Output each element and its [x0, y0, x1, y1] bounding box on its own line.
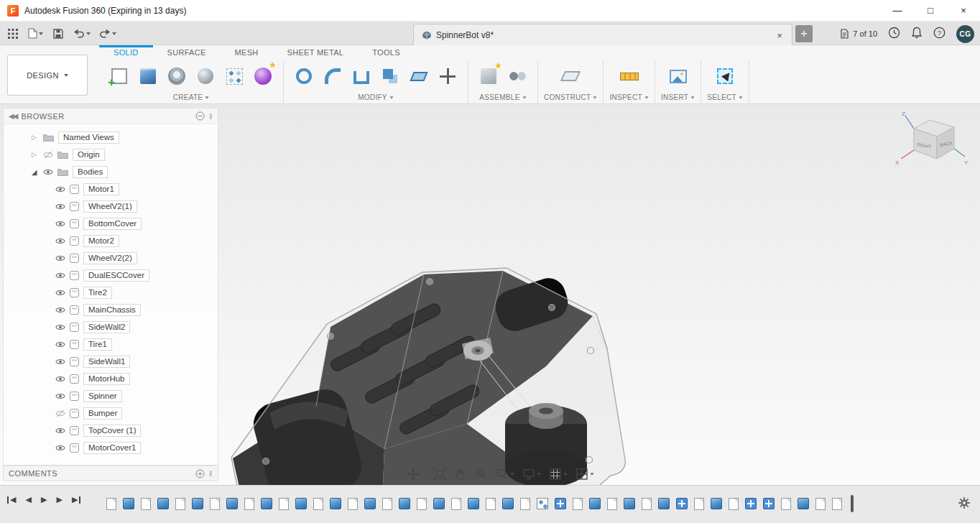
ribbon-group-dropdown-create[interactable]: CREATE: [173, 92, 210, 103]
job-status-button[interactable]: 7 of 10: [840, 29, 877, 39]
body-label[interactable]: WheelV2(1): [83, 200, 137, 213]
timeline-feature-pattern[interactable]: [537, 498, 548, 509]
body-row-motorcover1[interactable]: MotorCover1: [4, 439, 218, 456]
timeline-feature-sketch[interactable]: [832, 498, 842, 510]
viewports-button[interactable]: [573, 466, 596, 482]
body-row-motor2[interactable]: Motor2: [4, 232, 218, 249]
new-document-tab-button[interactable]: +: [795, 25, 813, 42]
recent-activity-button[interactable]: [888, 27, 900, 41]
undo-button[interactable]: [71, 24, 93, 43]
construct-plane-tool-button[interactable]: [556, 61, 585, 91]
pattern-tool-button[interactable]: [220, 61, 249, 91]
timeline-feature-sketch[interactable]: [348, 498, 358, 510]
document-tab[interactable]: SpinnerBot v8* ×: [413, 24, 792, 45]
zoom-button[interactable]: [473, 466, 490, 482]
shell-tool-button[interactable]: [347, 61, 376, 91]
collapse-all-icon[interactable]: [195, 111, 205, 121]
skip-end-button[interactable]: [72, 495, 80, 504]
body-label[interactable]: Spinner: [83, 390, 122, 402]
visibility-eye-icon[interactable]: [55, 341, 65, 348]
view-cube[interactable]: Z RIGHT BACK X Y: [892, 110, 971, 172]
extrude-tool-button[interactable]: [134, 61, 162, 91]
maximize-button[interactable]: □: [914, 0, 947, 22]
visibility-eye-icon[interactable]: [55, 272, 65, 279]
fillet-tool-button[interactable]: [318, 61, 347, 91]
redo-button[interactable]: [97, 24, 119, 43]
body-row-mainchassis[interactable]: MainChassis: [4, 301, 218, 318]
body-label[interactable]: MotorCover1: [83, 442, 141, 454]
folder-row-bodies[interactable]: ◢ Bodies: [4, 163, 218, 180]
body-label[interactable]: Motor2: [83, 235, 119, 247]
combine-tool-button[interactable]: [376, 61, 405, 91]
notifications-button[interactable]: [911, 27, 923, 41]
timeline-feature-extrude[interactable]: [295, 498, 307, 509]
timeline-feature-sketch[interactable]: [244, 498, 254, 510]
body-row-tire1[interactable]: Tire1: [4, 335, 218, 353]
collapse-arrow-icon[interactable]: ◢: [29, 168, 39, 176]
timeline-playhead[interactable]: [851, 495, 854, 512]
save-button[interactable]: [50, 24, 67, 43]
visibility-eye-icon[interactable]: [43, 168, 53, 176]
body-label[interactable]: WheelV2(2): [83, 252, 137, 264]
timeline-feature-sketch[interactable]: [382, 498, 392, 510]
body-row-wheelv22[interactable]: WheelV2(2): [4, 249, 218, 267]
create-form-tool-button[interactable]: [249, 61, 277, 91]
ribbon-tab-mesh[interactable]: MESH: [221, 45, 273, 60]
folder-label[interactable]: Bodies: [73, 166, 108, 178]
folder-label[interactable]: Origin: [73, 149, 105, 161]
timeline-feature-sketch[interactable]: [486, 498, 496, 510]
timeline-feature-extrude[interactable]: [624, 498, 635, 509]
visibility-eye-icon[interactable]: [55, 289, 65, 297]
timeline-feature-sketch[interactable]: [815, 498, 826, 510]
body-label[interactable]: SideWall2: [83, 321, 130, 333]
visibility-eye-icon[interactable]: [55, 444, 65, 452]
visibility-eye-icon[interactable]: [55, 358, 65, 366]
user-avatar[interactable]: CG: [956, 25, 974, 43]
ribbon-group-dropdown-insert[interactable]: INSERT: [661, 92, 695, 103]
timeline-feature-sketch[interactable]: [279, 498, 289, 510]
timeline-feature-sketch[interactable]: [694, 498, 704, 510]
expand-arrow-icon[interactable]: ▷: [29, 134, 39, 141]
body-label[interactable]: Tire2: [83, 287, 112, 299]
skip-start-button[interactable]: [7, 495, 16, 504]
timeline-feature-sketch[interactable]: [520, 498, 530, 510]
timeline-feature-sketch[interactable]: [729, 498, 739, 510]
timeline-feature-sketch[interactable]: [210, 498, 220, 510]
ribbon-tab-tools[interactable]: TOOLS: [358, 45, 415, 60]
body-row-wheelv21[interactable]: WheelV2(1): [4, 198, 218, 215]
timeline-feature-sketch[interactable]: [451, 498, 461, 510]
comments-panel[interactable]: COMMENTS ‖: [3, 466, 218, 481]
body-label[interactable]: BottomCover: [83, 218, 142, 230]
offset-face-tool-button[interactable]: [405, 61, 433, 91]
timeline-feature-sketch[interactable]: [573, 498, 583, 510]
body-row-motor1[interactable]: Motor1: [4, 180, 218, 198]
select-tool-button[interactable]: [711, 61, 739, 91]
body-row-tire2[interactable]: Tire2: [4, 284, 218, 301]
data-panel-button[interactable]: [4, 24, 22, 43]
panel-grip-icon[interactable]: ‖: [209, 112, 213, 121]
add-comment-icon[interactable]: [195, 469, 205, 478]
visibility-eye-icon[interactable]: [55, 323, 65, 331]
timeline-settings-button[interactable]: [958, 497, 970, 511]
ribbon-group-dropdown-assemble[interactable]: ASSEMBLE: [479, 92, 526, 103]
timeline-feature-sketch[interactable]: [607, 498, 617, 510]
ribbon-group-dropdown-modify[interactable]: MODIFY: [358, 92, 394, 103]
zoom-window-button[interactable]: [494, 466, 517, 482]
workspace-selector[interactable]: DESIGN: [7, 55, 88, 96]
pan-button[interactable]: [452, 466, 469, 482]
visibility-eye-icon[interactable]: [55, 427, 65, 435]
body-row-topcover1[interactable]: TopCover (1): [4, 422, 218, 439]
timeline-feature-extrude[interactable]: [123, 498, 134, 509]
new-component-tool-button[interactable]: [474, 61, 503, 91]
timeline-feature-extrude[interactable]: [433, 498, 445, 509]
cylinder-tool-button[interactable]: [191, 61, 220, 91]
timeline-feature-extrude[interactable]: [364, 498, 376, 509]
visibility-eye-icon[interactable]: [55, 185, 65, 193]
panel-grip-icon[interactable]: ‖: [209, 469, 213, 478]
visibility-eye-icon[interactable]: [55, 237, 65, 245]
timeline-feature-move[interactable]: [555, 498, 566, 509]
collapse-panel-icon[interactable]: ◀◀: [9, 112, 17, 120]
folder-row-named-views[interactable]: ▷ Named Views: [4, 129, 218, 146]
timeline-feature-extrude[interactable]: [330, 498, 341, 509]
timeline-feature-sketch[interactable]: [417, 498, 427, 510]
